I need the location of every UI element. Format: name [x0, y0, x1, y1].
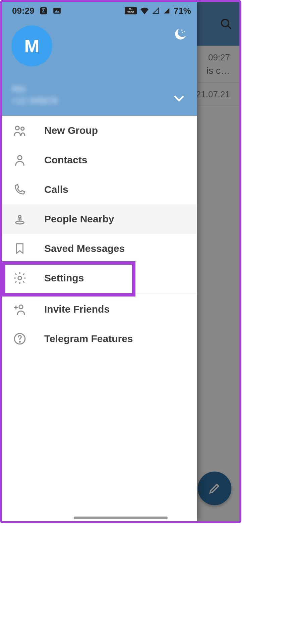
vowifi-icon: VoWiFi2	[125, 7, 137, 14]
svg-text:Σ: Σ	[42, 7, 45, 13]
battery-percent: 71%	[174, 6, 191, 16]
menu-telegram-features[interactable]: Telegram Features	[2, 324, 197, 354]
svg-point-16	[16, 221, 24, 224]
svg-point-20	[19, 341, 20, 342]
nav-handle	[74, 517, 168, 519]
drawer-menu: New Group Contacts Calls People Nearby S	[2, 116, 197, 354]
statusbar-time: 09:29	[12, 6, 35, 16]
status-bar: 09:29 Σ VoWiFi2 71%	[2, 2, 197, 19]
menu-calls[interactable]: Calls	[2, 175, 197, 204]
menu-invite-friends[interactable]: Invite Friends	[2, 294, 197, 324]
phone-icon	[11, 183, 28, 196]
avatar-initial: M	[24, 36, 40, 56]
signal-full-icon	[163, 7, 170, 14]
svg-point-9	[181, 30, 183, 31]
gear-icon	[11, 271, 28, 285]
image-notif-icon	[53, 6, 61, 15]
menu-label: Calls	[44, 184, 68, 195]
nearby-icon	[11, 212, 28, 226]
avatar[interactable]: M	[11, 25, 52, 66]
menu-label: Telegram Features	[44, 333, 133, 344]
svg-point-12	[15, 126, 19, 130]
svg-point-17	[18, 276, 22, 280]
menu-new-group[interactable]: New Group	[2, 116, 197, 145]
svg-point-10	[184, 31, 185, 32]
menu-label: New Group	[44, 125, 98, 136]
account-phone: +12 345678	[11, 95, 58, 107]
svg-point-11	[182, 32, 183, 33]
svg-text:Vo: Vo	[129, 8, 132, 11]
svg-point-13	[21, 127, 24, 130]
person-icon	[11, 153, 28, 167]
svg-point-18	[19, 305, 23, 309]
menu-divider	[2, 293, 197, 294]
menu-saved-messages[interactable]: Saved Messages	[2, 234, 197, 263]
bookmark-icon	[11, 241, 28, 256]
navigation-drawer: 09:29 Σ VoWiFi2 71% M	[2, 2, 197, 521]
group-icon	[11, 123, 28, 138]
menu-label: People Nearby	[44, 213, 114, 225]
menu-label: Saved Messages	[44, 243, 125, 254]
menu-contacts[interactable]: Contacts	[2, 145, 197, 175]
app-notif-icon: Σ	[39, 6, 48, 15]
wifi-icon	[140, 7, 149, 14]
night-mode-icon[interactable]	[172, 27, 188, 42]
drawer-header: M Abc +12 345678	[2, 19, 197, 116]
menu-label: Contacts	[44, 154, 87, 166]
svg-text:WiFi2: WiFi2	[127, 11, 134, 14]
account-name: Abc	[11, 83, 58, 95]
chevron-down-icon[interactable]	[170, 90, 188, 107]
svg-point-14	[18, 156, 22, 160]
person-add-icon	[11, 302, 28, 316]
menu-people-nearby[interactable]: People Nearby	[2, 204, 197, 234]
help-icon	[11, 332, 28, 346]
svg-rect-4	[53, 8, 61, 13]
menu-label: Invite Friends	[44, 304, 110, 315]
menu-label: Settings	[44, 272, 84, 284]
menu-settings[interactable]: Settings	[2, 263, 197, 293]
signal-empty-icon	[152, 7, 160, 14]
